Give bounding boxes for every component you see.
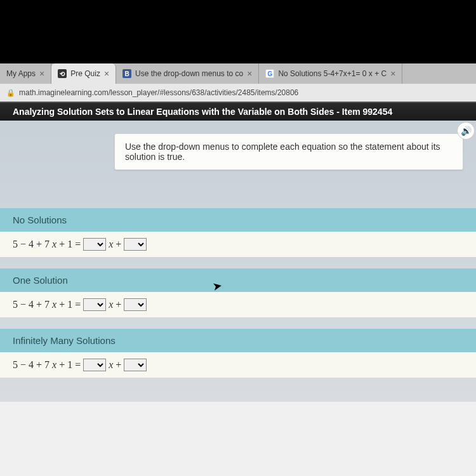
equation-lhs-a: 5 − 4 + 7 [13,359,50,371]
tab-bar: My Apps × ⟲ Pre Quiz × B Use the drop-do… [0,63,476,84]
speaker-icon: 🔊 [461,126,472,136]
tab-google[interactable]: G No Solutions 5-4+7x+1= 0 x + C × [259,63,402,84]
tab-brainly[interactable]: B Use the drop-down menus to co × [116,63,259,84]
instruction-text: Use the drop-down menus to complete each… [125,142,440,162]
instruction-box: Use the drop-down menus to complete each… [114,133,463,170]
close-icon[interactable]: × [247,69,252,79]
variable-x: x [109,299,113,310]
close-icon[interactable]: × [390,69,395,79]
question-one-solution: One Solution 5 − 4 + 7x + 1 = x + [0,268,476,317]
tab-my-apps[interactable]: My Apps × [0,63,51,84]
favicon-icon: ⟲ [58,69,67,78]
tab-label: No Solutions 5-4+7x+1= 0 x + C [278,69,387,78]
lesson-title: Analyzing Solution Sets to Linear Equati… [13,107,392,117]
variable-x: x [52,299,56,310]
equation-lhs-b: + 1 = [59,239,81,250]
equation-lhs-a: 5 − 4 + 7 [13,299,50,310]
browser-chrome: My Apps × ⟲ Pre Quiz × B Use the drop-do… [0,63,476,102]
close-icon[interactable]: × [39,69,44,79]
lock-icon: 🔒 [6,89,15,97]
coefficient-dropdown[interactable] [83,298,106,311]
favicon-icon: B [122,69,131,78]
constant-dropdown[interactable] [124,359,147,371]
question-no-solutions: No Solutions 5 − 4 + 7x + 1 = x + [0,208,476,257]
address-bar[interactable]: 🔒 math.imaginelearning.com/lesson_player… [0,84,476,102]
audio-button[interactable]: 🔊 [457,122,475,140]
lesson-header: Analyzing Solution Sets to Linear Equati… [0,102,476,121]
tab-label: My Apps [6,69,36,78]
equation-row: 5 − 4 + 7x + 1 = x + [0,292,476,317]
equation-lhs-b: + 1 = [59,359,81,371]
url-text: math.imaginelearning.com/lesson_player/#… [19,88,298,97]
close-icon[interactable]: × [104,69,109,79]
variable-x: x [52,239,56,250]
tab-pre-quiz[interactable]: ⟲ Pre Quiz × [51,63,116,84]
equation-lhs-b: + 1 = [59,299,81,310]
question-header: One Solution [0,268,476,292]
question-header: Infinitely Many Solutions [0,329,476,352]
plus-sign: + [116,239,121,250]
monitor-bezel [0,0,476,63]
tab-label: Use the drop-down menus to co [135,69,243,78]
favicon-icon: G [265,69,274,78]
variable-x: x [109,359,113,371]
equation-row: 5 − 4 + 7x + 1 = x + [0,352,476,378]
question-infinite-solutions: Infinitely Many Solutions 5 − 4 + 7x + 1… [0,329,476,378]
tab-label: Pre Quiz [70,69,100,78]
plus-sign: + [116,359,121,371]
content-area: 🔊 Use the drop-down menus to complete ea… [0,121,476,402]
coefficient-dropdown[interactable] [83,238,106,251]
equation-row: 5 − 4 + 7x + 1 = x + [0,232,476,257]
question-header: No Solutions [0,208,476,232]
coefficient-dropdown[interactable] [83,359,106,371]
variable-x: x [109,239,113,250]
plus-sign: + [116,299,121,310]
constant-dropdown[interactable] [124,238,147,251]
equation-lhs-a: 5 − 4 + 7 [13,239,50,250]
variable-x: x [52,359,56,371]
constant-dropdown[interactable] [124,298,147,311]
questions-container: No Solutions 5 − 4 + 7x + 1 = x + One So… [0,208,476,378]
